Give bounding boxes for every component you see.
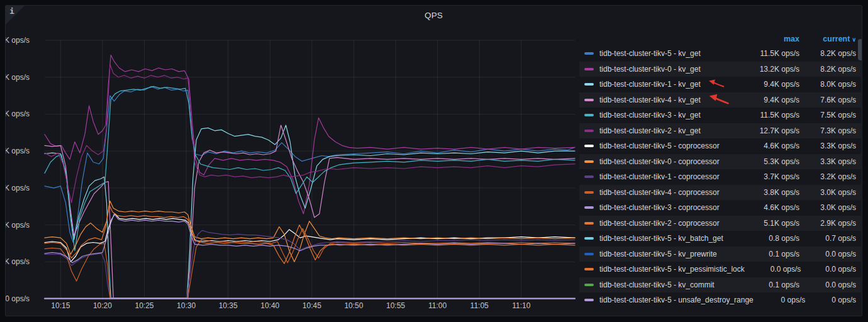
series-color-swatch-icon[interactable] (584, 222, 594, 225)
series-label[interactable]: tidb-test-cluster-tikv-0 - coprocessor (599, 157, 720, 166)
red-arrow-annotation-icon (708, 79, 725, 87)
series-max-value: 3.7K ops/s (742, 172, 799, 181)
legend-sort-current[interactable]: current∨ (799, 35, 856, 43)
legend-row: tidb-test-cluster-tikv-5 - kv_batch_get0… (579, 231, 861, 247)
series-current-value: 3.0K ops/s (799, 203, 856, 212)
series-max-value: 4.6K ops/s (742, 142, 799, 150)
series-current-value: 3.3K ops/s (799, 157, 856, 166)
legend-row: tidb-test-cluster-tikv-3 - coprocessor4.… (579, 200, 861, 216)
series-color-swatch-icon[interactable] (584, 237, 594, 240)
series-current-value: 0.0 ops/s (801, 265, 856, 274)
legend-row: tidb-test-cluster-tikv-4 - coprocessor3.… (579, 185, 861, 201)
series-max-value: 13.2K ops/s (742, 65, 799, 74)
series-current-value: 0.0 ops/s (799, 250, 856, 258)
series-label[interactable]: tidb-test-cluster-tikv-5 - kv_commit (599, 280, 715, 289)
panel-title[interactable]: QPS (6, 11, 862, 20)
legend-sort-current-label: current (823, 35, 850, 43)
series-current-value: 3.2K ops/s (799, 172, 856, 181)
red-arrow-annotation-icon (708, 93, 730, 104)
series-current-value: 3.3K ops/s (799, 142, 856, 150)
series-color-swatch-icon[interactable] (584, 175, 594, 178)
legend-row: tidb-test-cluster-tikv-0 - coprocessor5.… (579, 154, 861, 170)
series-current-value: 7.3K ops/s (799, 126, 856, 135)
chevron-down-icon: ∨ (852, 36, 856, 43)
series-max-value: 3.8K ops/s (742, 188, 799, 197)
page-background: i QPS 0 ops/s2K ops/s4K ops/s6K ops/s8K … (0, 0, 868, 322)
legend-row: tidb-test-cluster-tikv-5 - kv_pessimisti… (579, 262, 861, 277)
red-arrow-annotation (701, 93, 730, 107)
legend-row: tidb-test-cluster-tikv-1 - kv_get9.4K op… (579, 77, 861, 92)
legend-row: tidb-test-cluster-tikv-5 - kv_get11.5K o… (579, 46, 861, 62)
series-current-value: 8.2K ops/s (799, 49, 856, 58)
legend-row: tidb-test-cluster-tikv-2 - coprocessor5.… (579, 216, 861, 231)
series-label[interactable]: tidb-test-cluster-tikv-5 - kv_prewrite (599, 250, 717, 258)
series-label[interactable]: tidb-test-cluster-tikv-3 - coprocessor (599, 203, 720, 212)
series-max-value: 9.4K ops/s (742, 80, 799, 89)
series-color-swatch-icon[interactable] (584, 160, 594, 163)
series-current-value: 8.2K ops/s (799, 65, 856, 74)
legend-row: tidb-test-cluster-tikv-2 - kv_get12.7K o… (579, 123, 861, 139)
series-current-value: 7.6K ops/s (799, 96, 856, 104)
series-label[interactable]: tidb-test-cluster-tikv-3 - kv_get (599, 111, 701, 119)
series-line (45, 204, 575, 264)
series-color-swatch-icon[interactable] (584, 83, 594, 86)
series-max-value: 12.7K ops/s (742, 126, 799, 135)
series-max-value: 11.5K ops/s (742, 49, 799, 58)
legend-header: max current∨ (579, 32, 861, 46)
qps-panel: i QPS 0 ops/s2K ops/s4K ops/s6K ops/s8K … (5, 5, 862, 316)
series-label[interactable]: tidb-test-cluster-tikv-4 - kv_get (599, 96, 701, 104)
series-label[interactable]: tidb-test-cluster-tikv-0 - kv_get (599, 65, 701, 74)
legend-row: tidb-test-cluster-tikv-5 - unsafe_destro… (579, 292, 861, 308)
series-color-swatch-icon[interactable] (584, 130, 594, 132)
series-current-value: 7.5K ops/s (799, 111, 856, 119)
series-color-swatch-icon[interactable] (584, 284, 594, 286)
series-color-swatch-icon[interactable] (584, 253, 594, 255)
series-color-swatch-icon[interactable] (584, 206, 594, 209)
legend-row: tidb-test-cluster-tikv-5 - kv_prewrite0.… (579, 247, 861, 262)
series-color-swatch-icon[interactable] (584, 52, 594, 55)
series-current-value: 2.9K ops/s (799, 219, 856, 228)
legend-row: tidb-test-cluster-tikv-5 - kv_commit0.1 … (579, 277, 861, 293)
legend-sort-max[interactable]: max (742, 35, 799, 43)
series-current-value: 0 ops/s (805, 296, 856, 304)
series-max-value: 4.6K ops/s (742, 203, 799, 212)
series-label[interactable]: tidb-test-cluster-tikv-1 - coprocessor (599, 172, 720, 181)
series-label[interactable]: tidb-test-cluster-tikv-1 - kv_get (599, 80, 701, 89)
series-current-value: 0.7 ops/s (799, 234, 856, 243)
series-label[interactable]: tidb-test-cluster-tikv-4 - coprocessor (599, 188, 720, 197)
panel-info-corner[interactable]: i (6, 6, 25, 25)
series-max-value: 0.0 ops/s (745, 265, 801, 274)
series-current-value: 3.0K ops/s (799, 188, 856, 197)
legend-scrollbar[interactable] (858, 39, 862, 60)
series-label[interactable]: tidb-test-cluster-tikv-5 - unsafe_destro… (599, 296, 754, 304)
legend-row: tidb-test-cluster-tikv-4 - kv_get9.4K op… (579, 92, 861, 108)
series-max-value: 0.1 ops/s (742, 250, 799, 258)
series-label[interactable]: tidb-test-cluster-tikv-5 - kv_get (599, 49, 701, 58)
series-color-swatch-icon[interactable] (584, 191, 594, 194)
series-max-value: 0 ops/s (754, 296, 806, 304)
series-label[interactable]: tidb-test-cluster-tikv-5 - coprocessor (599, 142, 720, 150)
series-current-value: 8.0K ops/s (799, 80, 856, 89)
series-label[interactable]: tidb-test-cluster-tikv-5 - kv_pessimisti… (599, 265, 745, 274)
series-line (45, 228, 575, 297)
legend-row: tidb-test-cluster-tikv-5 - coprocessor4.… (579, 138, 861, 154)
legend-row: tidb-test-cluster-tikv-0 - kv_get13.2K o… (579, 62, 861, 77)
series-color-swatch-icon[interactable] (584, 145, 594, 147)
series-color-swatch-icon[interactable] (584, 68, 594, 70)
series-color-swatch-icon[interactable] (584, 114, 594, 116)
series-label[interactable]: tidb-test-cluster-tikv-2 - kv_get (599, 126, 701, 135)
series-max-value: 0.8 ops/s (742, 234, 799, 243)
series-label[interactable]: tidb-test-cluster-tikv-2 - coprocessor (599, 219, 720, 228)
series-max-value: 5.1K ops/s (742, 219, 799, 228)
legend-row: tidb-test-cluster-tikv-1 - coprocessor3.… (579, 169, 861, 185)
series-line (45, 86, 575, 250)
series-color-swatch-icon[interactable] (584, 299, 594, 301)
series-label[interactable]: tidb-test-cluster-tikv-5 - kv_batch_get (599, 234, 723, 243)
red-arrow-annotation (701, 79, 725, 90)
series-line (45, 201, 575, 262)
series-max-value: 11.5K ops/s (742, 111, 799, 119)
series-color-swatch-icon[interactable] (584, 99, 594, 101)
legend-table: max current∨ tidb-test-cluster-tikv-5 - … (579, 32, 861, 308)
series-color-swatch-icon[interactable] (584, 268, 594, 270)
series-max-value: 0.1 ops/s (742, 280, 799, 289)
